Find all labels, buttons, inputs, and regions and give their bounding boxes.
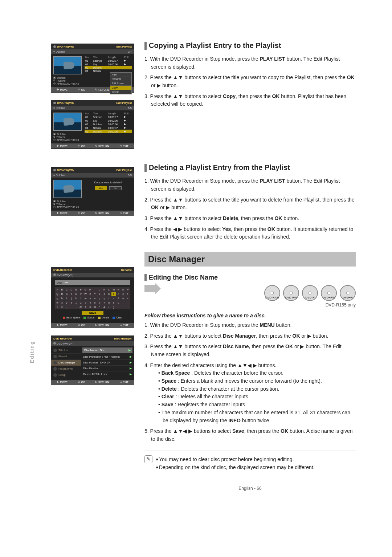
keyboard-key[interactable]: m [83, 296, 88, 300]
keyboard-key[interactable]: . [65, 305, 69, 309]
keyboard-key[interactable]: k [74, 296, 78, 300]
keyboard-key[interactable]: L [107, 288, 111, 292]
keyboard-key[interactable] [121, 305, 125, 309]
keyboard-key[interactable]: z [69, 301, 74, 305]
keyboard-key[interactable]: 2 [79, 301, 83, 305]
ctx-copy[interactable]: Copy [110, 86, 131, 90]
sidebar-item-setup[interactable]: Setup [51, 372, 81, 378]
keyboard-key[interactable]: Z [97, 292, 102, 296]
keyboard-key[interactable]: 5 [93, 301, 97, 305]
sidebar-item-programme[interactable]: Programme [51, 366, 81, 372]
keyboard-key[interactable]: & [102, 305, 106, 309]
keyboard-key[interactable]: E [74, 288, 78, 292]
keyboard-key[interactable]: b [107, 292, 111, 296]
keyboard-key[interactable]: 6 [97, 301, 102, 305]
keyboard-key[interactable]: x [60, 301, 64, 305]
keyboard-key[interactable]: i [65, 296, 69, 300]
no-button[interactable]: No [109, 186, 122, 190]
keyboard-key[interactable]: f [126, 292, 130, 296]
ctx-edit-scene[interactable]: Edit Scene [110, 81, 131, 86]
menu-row-disc-finalise[interactable]: Disc Finalise▶ [83, 366, 132, 371]
keyboard-key[interactable]: v [126, 296, 130, 300]
keyboard-key[interactable]: Y [93, 292, 97, 296]
keyboard-key[interactable]: ~ [69, 305, 74, 309]
keyboard-key[interactable]: P [126, 288, 130, 292]
keyboard-key[interactable]: 7 [102, 301, 106, 305]
keyboard-key[interactable]: u [121, 296, 125, 300]
keyboard-key[interactable]: 1 [74, 301, 78, 305]
keyboard-key[interactable]: p [97, 296, 102, 300]
onscreen-keyboard[interactable]: ABCDEFGHIJKLMNOPQRSTUVWXYZabcdefghijklmn… [55, 287, 130, 309]
save-button[interactable]: Save [82, 311, 103, 315]
keyboard-key[interactable]: d [116, 292, 121, 296]
keyboard-key[interactable]: J [97, 288, 102, 292]
keyboard-key[interactable]: n [88, 296, 93, 300]
list-item[interactable]: 04Natural00:00:37▶ [85, 126, 132, 130]
keyboard-key[interactable]: $ [88, 305, 93, 309]
keyboard-key[interactable]: a [102, 292, 106, 296]
keyboard-key[interactable]: s [111, 296, 116, 300]
keyboard-key[interactable] [126, 301, 130, 305]
keyboard-key[interactable]: h [60, 296, 64, 300]
keyboard-key[interactable]: M [111, 288, 116, 292]
keyboard-key[interactable] [126, 305, 130, 309]
keyboard-key[interactable]: # [83, 305, 88, 309]
keyboard-key[interactable]: W [83, 292, 88, 296]
keyboard-key[interactable]: e [121, 292, 125, 296]
keyboard-key[interactable]: H [88, 288, 93, 292]
keyboard-key[interactable]: F [79, 288, 83, 292]
ctx-delete[interactable]: Delete [110, 90, 131, 94]
keyboard-key[interactable]: ( [107, 305, 111, 309]
list-item-selected[interactable]: 05Dolphin00:00:06▶ [85, 130, 132, 133]
keyboard-key[interactable]: I [93, 288, 97, 292]
keyboard-key[interactable]: K [102, 288, 106, 292]
keyboard-key[interactable]: R [60, 292, 64, 296]
keyboard-key[interactable]: w [55, 301, 60, 305]
keyboard-key[interactable]: D [69, 288, 74, 292]
keyboard-key[interactable]: ) [111, 305, 116, 309]
keyboard-key[interactable]: T [69, 292, 74, 296]
keyboard-key[interactable] [116, 305, 121, 309]
keyboard-key[interactable]: ^ [97, 305, 102, 309]
list-item[interactable]: 01Science00:00:17▶ [85, 59, 132, 62]
sidebar-item-disc-manager[interactable]: Disc Manager [51, 360, 81, 366]
menu-row-disc-format[interactable]: Disc Format : DVD-VR▶ [83, 360, 132, 366]
menu-row-disc-protection[interactable]: Disc Protection : Not Protected▶ [83, 354, 132, 360]
keyboard-key[interactable]: 9 [111, 301, 116, 305]
keyboard-key[interactable]: C [65, 288, 69, 292]
keyboard-key[interactable]: Q [55, 292, 60, 296]
keyboard-key[interactable]: t [116, 296, 121, 300]
keyboard-key[interactable]: X [88, 292, 93, 296]
sidebar-item-playlist[interactable]: Playlist [51, 354, 81, 360]
keyboard-key[interactable]: 4 [88, 301, 93, 305]
keyboard-key[interactable]: A [55, 288, 60, 292]
keyboard-key[interactable]: G [83, 288, 88, 292]
keyboard-key[interactable]: r [107, 296, 111, 300]
keyboard-key[interactable]: N [116, 288, 121, 292]
keyboard-key[interactable]: j [69, 296, 74, 300]
keyboard-key[interactable]: 3 [83, 301, 88, 305]
keyboard-key[interactable]: q [102, 296, 106, 300]
keyboard-key[interactable]: c [111, 292, 116, 296]
keyboard-key[interactable]: o [93, 296, 97, 300]
ctx-play[interactable]: Play [110, 73, 131, 77]
list-item[interactable]: 02Sky00:00:06▶ [85, 119, 132, 122]
menu-row-disc-name[interactable]: Disc Name : Disc▶ [82, 347, 132, 353]
keyboard-key[interactable]: g [55, 296, 60, 300]
keyboard-key[interactable]: y [65, 301, 69, 305]
keyboard-key[interactable]: 8 [107, 301, 111, 305]
yes-button[interactable]: Yes [95, 186, 107, 190]
keyboard-key[interactable]: ! [74, 305, 78, 309]
keyboard-key[interactable]: @ [79, 305, 83, 309]
keyboard-key[interactable]: U [74, 292, 78, 296]
keyboard-key[interactable]: l [79, 296, 83, 300]
list-item-selected[interactable]: 03Dolphin [85, 66, 132, 69]
list-item[interactable]: 03Dolphin00:00:06▶ [85, 122, 132, 126]
list-item[interactable]: 02Sky00:00:06▶ [85, 62, 132, 66]
menu-row-delete-all[interactable]: Delete All Title Lists▶ [83, 371, 132, 377]
keyboard-key[interactable]: + [55, 305, 60, 309]
list-item[interactable]: 01Science00:00:17▶ [85, 115, 132, 119]
keyboard-key[interactable]: S [65, 292, 69, 296]
keyboard-key[interactable]: - [121, 301, 125, 305]
name-input[interactable]: Disc [55, 280, 130, 285]
